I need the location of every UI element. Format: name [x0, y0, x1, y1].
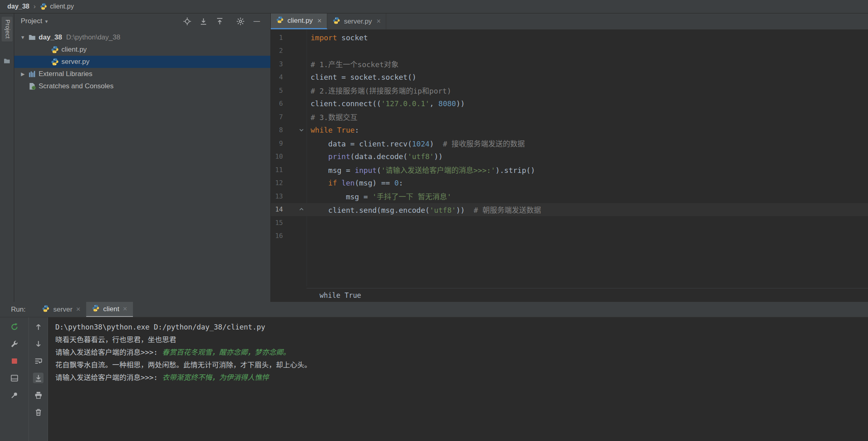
fold-marker-icon[interactable] — [283, 206, 307, 212]
settings-gear-icon[interactable] — [235, 16, 246, 27]
pin-tab-icon[interactable] — [9, 390, 20, 400]
up-stack-trace-icon[interactable] — [33, 321, 44, 332]
tree-item-label: day_38 — [39, 33, 62, 41]
run-tab-bar: server×client× — [36, 302, 133, 317]
tree-item-label: server.py — [61, 58, 89, 66]
code-line-7[interactable]: 7# 3.数据交互 — [271, 110, 868, 124]
console-user-input: 春赏百花冬观雪，醒亦念卿，梦亦念卿。 — [162, 348, 290, 356]
run-tab-label: server — [53, 306, 72, 314]
run-toolbar — [0, 317, 48, 441]
code-line-14[interactable]: 14 client.send(msg.encode('utf8')) # 朝服务… — [271, 203, 868, 216]
code-token: while — [311, 126, 337, 134]
code-line-8[interactable]: 8while True: — [271, 124, 868, 137]
python-file-icon — [42, 305, 50, 314]
code-line-9[interactable]: 9 data = client.recv(1024) # 接收服务端发送的数据 — [271, 137, 868, 150]
editor-tab-label: server.py — [344, 17, 372, 26]
expand-all-icon[interactable] — [198, 16, 209, 27]
stop-button[interactable] — [9, 356, 20, 366]
tree-item-scratches-and-consoles[interactable]: Scratches and Consoles — [14, 80, 270, 92]
code-line-2[interactable]: 2 — [271, 44, 868, 58]
editor-tab-server-py[interactable]: server.py× — [327, 13, 387, 29]
console-stdout: D:\python38\python.exe D:/python/day_38/… — [55, 323, 265, 331]
run-tab-server[interactable]: server× — [36, 302, 86, 317]
tree-item-day-38[interactable]: ▼day_38D:\python\day_38 — [14, 31, 270, 44]
tree-item-client-py[interactable]: client.py — [14, 44, 270, 56]
tree-chevron-icon[interactable]: ▼ — [17, 35, 28, 40]
close-tab-icon[interactable]: × — [317, 17, 322, 25]
code-line-10[interactable]: 10 print(data.decode('utf8')) — [271, 150, 868, 164]
python-file-icon — [276, 16, 284, 26]
run-toolbar-column-1 — [0, 317, 29, 441]
close-tab-icon[interactable]: × — [376, 17, 381, 26]
code-token: )) — [456, 206, 474, 214]
code-token: client = socket.socket() — [311, 73, 416, 81]
line-number: 7 — [271, 113, 283, 121]
python-icon — [51, 46, 61, 54]
restore-layout-icon[interactable] — [9, 373, 20, 383]
rerun-button[interactable] — [9, 321, 20, 332]
line-number: 2 — [271, 47, 283, 55]
code-line-1[interactable]: 1import socket — [271, 31, 868, 44]
code-line-4[interactable]: 4client = socket.socket() — [271, 71, 868, 84]
print-icon[interactable] — [33, 390, 44, 400]
code-token: len — [342, 179, 355, 187]
fold-marker-icon[interactable] — [283, 127, 307, 133]
project-panel-title[interactable]: Project — [21, 17, 42, 25]
run-panel-header: Run: server×client× — [0, 302, 868, 317]
down-stack-trace-icon[interactable] — [33, 338, 44, 349]
code-line-11[interactable]: 11 msg = input('请输入发送给客户端的消息>>>:').strip… — [271, 163, 868, 177]
breadcrumb-separator-icon: › — [33, 2, 36, 11]
line-number: 6 — [271, 100, 283, 107]
code-token: ) — [430, 140, 443, 148]
editor-area: client.py×server.py× while True 1import … — [270, 13, 868, 302]
scratches-icon — [28, 82, 39, 90]
scroll-to-end-icon[interactable] — [33, 373, 44, 383]
run-tool-window: Run: server×client× — [0, 302, 868, 441]
code-token: )) — [456, 99, 465, 108]
code-line-16[interactable]: 16 — [271, 229, 868, 243]
console-output[interactable]: D:\python38\python.exe D:/python/day_38/… — [48, 317, 868, 441]
code-token: (data.decode( — [350, 152, 408, 161]
tree-chevron-icon[interactable]: ▶ — [17, 71, 28, 77]
breadcrumb-file[interactable]: client.py — [50, 3, 74, 10]
pycharm-window: day_38 › client.py Project Project ▾ — [0, 0, 868, 441]
stripe-folder-icon[interactable] — [3, 57, 11, 66]
editor-tab-label: client.py — [287, 17, 313, 25]
close-tab-icon[interactable]: × — [76, 305, 80, 314]
code-line-3[interactable]: 3# 1.产生一个socket对象 — [271, 57, 868, 71]
run-tab-label: client — [103, 305, 120, 313]
code-line-6[interactable]: 6client.connect(('127.0.0.1', 8080)) — [271, 97, 868, 111]
close-tab-icon[interactable]: × — [123, 305, 127, 313]
code-token: client.send(msg.encode( — [311, 206, 430, 214]
code-line-15[interactable]: 15 — [271, 216, 868, 229]
console-line: D:\python38\python.exe D:/python/day_38/… — [55, 321, 868, 334]
tree-item-server-py[interactable]: server.py — [14, 56, 270, 68]
clear-console-icon[interactable] — [33, 407, 44, 417]
chevron-down-icon[interactable]: ▾ — [45, 18, 48, 24]
code-token: input — [355, 166, 376, 175]
code-line-13[interactable]: 13 msg = '手抖了一下 暂无消息' — [271, 190, 868, 203]
code-line-text: msg = '手抖了一下 暂无消息' — [307, 191, 451, 201]
select-opened-file-icon[interactable] — [182, 16, 193, 27]
code-line-5[interactable]: 5# 2.连接服务端(拼接服务端的ip和port) — [271, 84, 868, 97]
collapse-all-icon[interactable] — [214, 16, 225, 27]
breadcrumb-project[interactable]: day_38 — [7, 3, 29, 10]
code-token — [311, 179, 328, 187]
run-tab-client[interactable]: client× — [86, 302, 133, 317]
editor-tab-client-py[interactable]: client.py× — [271, 13, 327, 29]
tree-item-label: External Libraries — [39, 70, 92, 78]
code-line-text: msg = input('请输入发送给客户端的消息>>>:').strip() — [307, 164, 535, 175]
code-token: ( — [377, 166, 381, 175]
settings-wrench-icon[interactable] — [9, 338, 20, 349]
hide-panel-icon[interactable]: — — [251, 16, 262, 27]
tree-item-external-libraries[interactable]: ▶External Libraries — [14, 68, 270, 80]
code-line-12[interactable]: 12 if len(msg) == 0: — [271, 177, 868, 190]
line-number: 16 — [271, 232, 283, 240]
code-token: # 3.数据交互 — [311, 113, 357, 122]
code-token: '请输入发送给客户端的消息>>>:' — [381, 166, 495, 175]
soft-wrap-icon[interactable] — [33, 356, 44, 366]
code-token: '127.0.0.1' — [381, 99, 429, 108]
code-editor[interactable]: while True 1import socket23# 1.产生一个socke… — [271, 30, 868, 302]
tree-item-label: client.py — [61, 46, 87, 54]
project-tool-window-button[interactable]: Project — [2, 17, 13, 41]
